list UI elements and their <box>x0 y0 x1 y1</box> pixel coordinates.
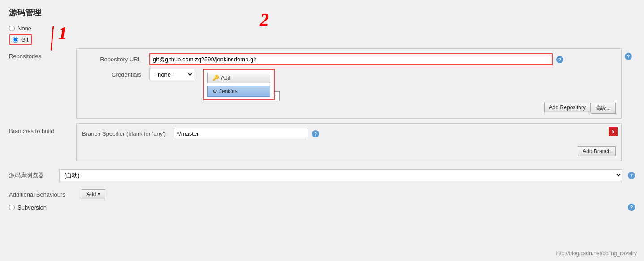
add-branch-button[interactable]: Add Branch <box>578 146 616 156</box>
repo-actions: 高级... Add Repository <box>82 103 616 114</box>
source-browser-help-icon[interactable]: ? <box>628 172 635 179</box>
branches-panel: x Branch Specifier (blank for 'any') ? A… <box>76 123 622 161</box>
add-behaviour-arrow: ▾ <box>98 191 100 197</box>
subversion-radio[interactable] <box>9 205 15 210</box>
add-repository-button[interactable]: Add Repository <box>544 103 591 112</box>
repositories-label: Repositories <box>9 48 76 60</box>
credentials-select[interactable]: - none - <box>149 69 194 80</box>
repo-url-help-icon[interactable]: ? <box>556 56 563 63</box>
repo-url-content: ? <box>149 53 616 65</box>
branches-label: Branches to build <box>9 123 76 134</box>
page-container: 源码管理 None Git 1 2 Repositories Repositor… <box>0 0 644 261</box>
none-label[interactable]: None <box>17 25 31 32</box>
git-radio[interactable] <box>13 37 18 43</box>
none-radio[interactable] <box>9 26 15 31</box>
credentials-row: Credentials - none - 🔑 Add ⚙ Jenkins <box>82 69 616 80</box>
additional-behaviours-label: Additional Behaviours <box>9 191 76 198</box>
add-label: Add <box>221 75 230 81</box>
branch-specifier-content: ? <box>174 128 616 139</box>
branch-specifier-input[interactable] <box>174 128 308 139</box>
jenkins-credentials-button[interactable]: ⚙ Jenkins <box>207 86 270 97</box>
repositories-panel: Repository URL ? Credentials - none - <box>76 48 622 119</box>
subversion-help-icon[interactable]: ? <box>628 204 635 211</box>
additional-behaviours-row: Additional Behaviours Add ▾ <box>9 189 635 199</box>
repositories-section: Repositories Repository URL ? Credential… <box>9 48 635 119</box>
add-credentials-button[interactable]: 🔑 Add <box>207 73 270 83</box>
repositories-help-col: ? <box>622 48 635 60</box>
scm-options: None Git <box>9 25 635 45</box>
source-browser-label: 源码库浏览器 <box>9 171 54 180</box>
add-behaviour-button[interactable]: Add ▾ <box>82 189 105 199</box>
subversion-label[interactable]: Subversion <box>17 204 47 211</box>
page-title: 源码管理 <box>9 7 635 18</box>
branch-actions: Add Branch <box>82 143 616 156</box>
credentials-dropdown-popup: 🔑 Add ⚙ Jenkins <box>203 69 275 100</box>
subversion-option: Subversion ? <box>9 204 635 211</box>
key-icon: 🔑 <box>212 75 219 81</box>
credentials-content: - none - 🔑 Add ⚙ Jenkins <box>149 69 616 80</box>
repo-url-row: Repository URL ? <box>82 53 616 65</box>
git-box: Git <box>9 34 32 45</box>
jenkins-label: Jenkins <box>219 88 238 94</box>
credentials-label: Credentials <box>82 71 145 78</box>
source-browser-row: 源码库浏览器 (自动) ? <box>9 166 635 185</box>
branches-section: Branches to build x Branch Specifier (bl… <box>9 123 635 161</box>
repositories-help-icon[interactable]: ? <box>625 53 632 60</box>
bottom-link: http://blog.csdn.net/boling_cavalry <box>556 250 637 257</box>
none-option: None <box>9 25 635 32</box>
source-browser-select[interactable]: (自动) <box>59 169 622 181</box>
branch-specifier-help-icon[interactable]: ? <box>312 130 319 137</box>
git-option: Git <box>9 34 635 45</box>
advanced-button[interactable]: 高级... <box>591 103 616 114</box>
jenkins-icon: ⚙ <box>212 88 217 94</box>
git-label[interactable]: Git <box>21 36 29 43</box>
add-behaviour-label: Add <box>86 191 96 197</box>
branch-specifier-row: Branch Specifier (blank for 'any') ? <box>82 128 616 139</box>
repo-url-label: Repository URL <box>82 56 145 63</box>
branch-specifier-label: Branch Specifier (blank for 'any') <box>82 130 169 137</box>
repo-url-input[interactable] <box>149 53 553 65</box>
